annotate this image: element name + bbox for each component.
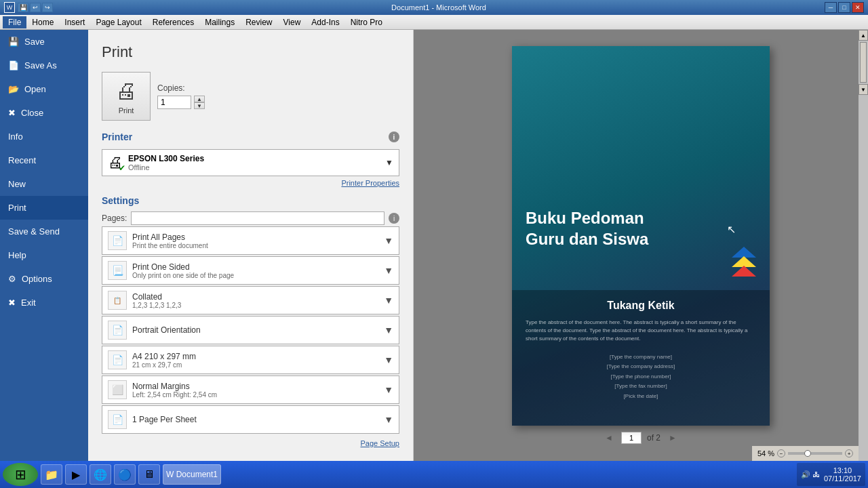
printer-info: EPSON L300 Series Offline [128,154,204,171]
page-setup-link[interactable]: Page Setup [102,439,399,447]
setting-collated[interactable]: 📋 Collated 1,2,3 1,2,3 1,2,3 ▼ [102,286,399,314]
menu-item-file[interactable]: File [3,16,26,28]
setting-paper-size-text: A4 210 x 297 mm 21 cm x 29,7 cm [132,352,378,369]
setting-paper-size[interactable]: 📄 A4 210 x 297 mm 21 cm x 29,7 cm ▼ [102,346,399,374]
taskbar-media[interactable]: ▶ [65,464,87,485]
menu-item-nitro[interactable]: Nitro Pro [345,16,388,28]
next-page-button[interactable]: ► [666,431,679,445]
printer-dropdown-arrow[interactable]: ▼ [385,158,393,167]
sidebar-item-options[interactable]: ⚙ Options [0,267,88,291]
window-title: Document1 - Microsoft Word [53,3,825,12]
copies-spin-up[interactable]: ▲ [194,96,205,102]
sidebar-item-close-label: Close [21,108,43,118]
cover-body: Type the abstract of the document here. … [526,319,756,343]
prev-page-button[interactable]: ◄ [602,431,616,445]
copies-spin-down[interactable]: ▼ [194,102,205,109]
setting-margins[interactable]: ⬜ Normal Margins Left: 2,54 cm Right: 2,… [102,375,399,404]
menu-item-mailings[interactable]: Mailings [199,16,240,28]
scroll-down-button[interactable]: ▼ [859,84,868,95]
cover-top: ↖ Buku Pedoman Guru dan Siswa [512,46,770,290]
sidebar-item-save[interactable]: 💾 Save [0,30,88,54]
margins-arrow: ▼ [384,384,393,395]
exit-icon: ✖ [8,298,16,308]
setting-margins-text: Normal Margins Left: 2,54 cm Right: 2,54… [132,382,378,399]
page-number-input[interactable] [621,432,642,444]
setting-orientation[interactable]: 📄 Portrait Orientation ▼ [102,316,399,344]
printer-select[interactable]: 🖨 ✔ EPSON L300 Series Offline ▼ [102,149,399,176]
setting-print-one-sided[interactable]: 📃 Print One Sided Only print on one side… [102,256,399,285]
margins-icon: ⬜ [108,380,127,399]
sidebar-item-new[interactable]: New [0,172,88,196]
quick-access-save[interactable]: 💾 [18,3,28,12]
menu-item-review[interactable]: Review [240,16,277,28]
taskbar-browser[interactable]: 🌐 [90,464,111,485]
taskbar-explorer[interactable]: 📁 [41,464,62,485]
collated-arrow: ▼ [384,295,393,306]
printer-status: Offline [128,163,204,171]
sidebar-item-help[interactable]: Help [0,243,88,267]
taskbar-browser2[interactable]: 🔵 [114,464,136,485]
menu-item-home[interactable]: Home [26,16,59,28]
printer-properties-link[interactable]: Printer Properties [102,179,399,187]
quick-access-undo[interactable]: ↩ [30,3,41,12]
clock-time: 13:10 [824,466,861,474]
setting-orientation-text: Portrait Orientation [132,325,378,335]
start-button[interactable]: ⊞ [3,463,38,486]
taskbar-word[interactable]: W Document1 [163,464,221,485]
close-icon: ✖ [8,108,16,118]
collated-icon: 📋 [108,291,127,310]
settings-section-label: Settings [102,195,399,206]
zoom-level: 54 % [757,449,774,458]
sidebar-item-savesend[interactable]: Save & Send [0,220,88,243]
menu-item-page-layout[interactable]: Page Layout [90,16,146,28]
sidebar-item-open[interactable]: 📂 Open [0,77,88,101]
menu-item-references[interactable]: References [147,16,199,28]
menu-item-addins[interactable]: Add-Ins [306,16,344,28]
sidebar-item-print[interactable]: Print [0,196,88,220]
copies-input[interactable] [157,96,191,109]
copies-area: Copies: ▲ ▼ [157,83,205,109]
print-btn-label: Print [119,106,134,115]
zoom-in-button[interactable]: + [845,449,853,458]
sidebar-item-recent[interactable]: Recent [0,148,88,172]
sidebar-item-print-label: Print [8,203,26,213]
sidebar-item-close[interactable]: ✖ Close [0,101,88,125]
menu-item-view[interactable]: View [278,16,307,28]
zoom-bar: 54 % − + [752,446,859,461]
scroll-up-button[interactable]: ▲ [859,30,868,41]
pages-input[interactable] [131,211,384,225]
close-button[interactable]: ✕ [852,2,864,13]
scroll-thumb[interactable] [860,42,867,83]
preview-scrollbar[interactable]: ▲ ▼ [859,30,868,461]
zoom-slider[interactable] [788,452,842,455]
print-button[interactable]: 🖨 Print [102,72,151,121]
copies-label: Copies: [157,83,205,93]
pages-row: Pages: i [102,211,399,225]
quick-access-redo[interactable]: ↪ [42,3,53,12]
title-bar: W 💾 ↩ ↪ Document1 - Microsoft Word ─ □ ✕ [0,0,868,15]
maximize-button[interactable]: □ [838,2,850,13]
sidebar-item-exit[interactable]: ✖ Exit [0,291,88,314]
document-preview: TK ↖ Buku Pedoman Guru dan Siswa [512,46,770,426]
sidebar-item-saveas[interactable]: 📄 Save As [0,54,88,77]
printer-info-icon[interactable]: i [389,131,399,142]
zoom-slider-thumb[interactable] [804,450,811,457]
sidebar-item-help-label: Help [8,250,26,260]
taskbar-app1[interactable]: 🖥 [138,464,160,485]
sidebar-item-saveas-label: Save As [24,60,57,70]
pages-info-icon[interactable]: i [389,213,399,224]
page-total: of 2 [647,433,660,443]
sidebar-item-recent-label: Recent [8,155,36,165]
sidebar-item-save-label: Save [24,37,45,47]
preview-area: ▲ ▼ TK ↖ Buku Pedoman Guru dan Siswa [414,30,868,461]
cover-bottom: Tukang Ketik Type the abstract of the do… [512,290,770,426]
zoom-out-button[interactable]: − [777,449,785,458]
setting-print-all-pages-text: Print All Pages Print the entire documen… [132,232,378,249]
menu-item-insert[interactable]: Insert [59,16,90,28]
cover-title: Buku Pedoman Guru dan Siswa [526,207,648,249]
setting-print-all-pages[interactable]: 📄 Print All Pages Print the entire docum… [102,226,399,255]
options-icon: ⚙ [8,274,16,284]
sidebar-item-info[interactable]: Info [0,125,88,148]
minimize-button[interactable]: ─ [825,2,837,13]
setting-pages-per-sheet[interactable]: 📄 1 Page Per Sheet ▼ [102,405,399,434]
